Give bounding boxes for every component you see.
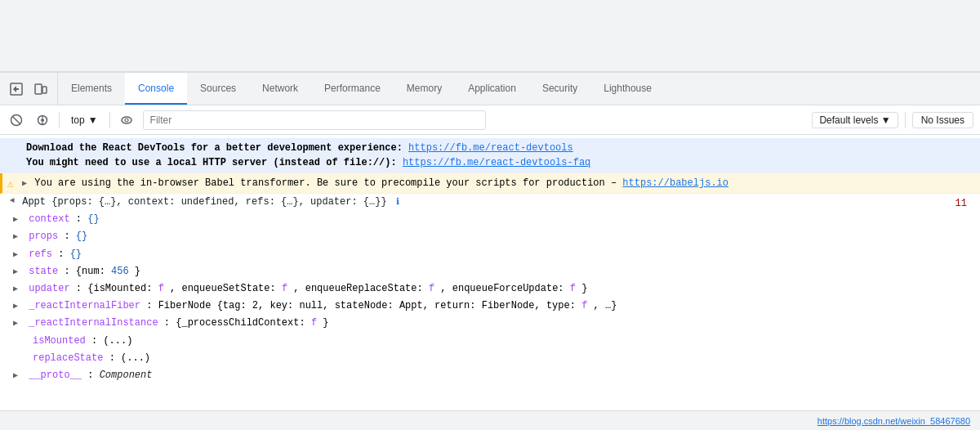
svg-rect-1 — [35, 84, 42, 94]
obj-refs-row[interactable]: ▶ refs : {} — [0, 246, 980, 263]
toolbar-divider-2 — [109, 112, 110, 128]
no-issues-badge[interactable]: No Issues — [912, 112, 973, 128]
console-toolbar: top ▼ Default levels ▼ No Issues — [0, 105, 980, 135]
instance-expand-arrow[interactable]: ▶ — [13, 317, 23, 330]
console-message-react-devtools: Download the React DevTools for a better… — [0, 138, 980, 173]
updater-expand-arrow[interactable]: ▶ — [13, 283, 23, 296]
refs-expand-arrow[interactable]: ▶ — [13, 249, 23, 262]
toolbar-divider-3 — [905, 112, 906, 128]
clear-console-button[interactable] — [7, 110, 26, 130]
devtools-icons — [0, 73, 58, 105]
toolbar-divider — [59, 112, 60, 128]
obj-replacestate-row[interactable]: replaceState : (...) — [0, 350, 980, 367]
object-root-label: Appt {props: {…}, context: undefined, re… — [22, 196, 393, 208]
obj-state-row[interactable]: ▶ state : {num: 456 } — [0, 263, 980, 280]
status-bar: https://blog.csdn.net/weixin_58467680 — [0, 410, 980, 430]
msg-line2: You might need to use a local HTTP serve… — [26, 155, 973, 170]
state-expand-arrow[interactable]: ▶ — [13, 266, 23, 279]
warning-icon: ⚠ — [7, 177, 14, 193]
obj-context-row[interactable]: ▶ context : {} — [0, 211, 980, 228]
tab-application[interactable]: Application — [455, 73, 529, 105]
tab-memory[interactable]: Memory — [394, 73, 455, 105]
console-output: Download the React DevTools for a better… — [0, 135, 980, 410]
browser-chrome — [0, 0, 980, 72]
object-root-row[interactable]: ▼ Appt {props: {…}, context: undefined, … — [0, 194, 980, 211]
context-selector[interactable]: top ▼ — [66, 113, 103, 128]
dropdown-arrow-icon: ▼ — [88, 114, 98, 126]
eye-icon[interactable] — [117, 110, 136, 130]
device-icon[interactable] — [31, 79, 51, 99]
tab-network[interactable]: Network — [249, 73, 311, 105]
tab-performance[interactable]: Performance — [311, 73, 394, 105]
proto-expand-arrow[interactable]: ▶ — [13, 370, 23, 383]
filter-input[interactable] — [143, 110, 486, 130]
react-devtools-link[interactable]: https://fb.me/react-devtools — [408, 142, 573, 154]
svg-point-10 — [125, 119, 128, 122]
tab-sources[interactable]: Sources — [187, 73, 249, 105]
svg-point-9 — [122, 117, 131, 123]
obj-props-row[interactable]: ▶ props : {} — [0, 228, 980, 245]
tab-bar: Elements Console Sources Network Perform… — [0, 73, 980, 105]
console-message-babel-warning: ⚠ ▶ You are using the in-browser Babel t… — [0, 173, 980, 194]
obj-updater-row[interactable]: ▶ updater : {isMounted: f , enqueueSetSt… — [0, 280, 980, 298]
tab-console[interactable]: Console — [125, 73, 187, 105]
obj-ismounted-row[interactable]: isMounted : (...) — [0, 333, 980, 350]
count-badge: 11 — [956, 196, 967, 212]
log-levels-selector[interactable]: Default levels ▼ — [812, 112, 898, 128]
babeljs-link[interactable]: https://babeljs.io — [622, 177, 728, 189]
warning-expand-arrow[interactable]: ▶ — [22, 179, 27, 188]
status-url[interactable]: https://blog.csdn.net/weixin_58467680 — [817, 416, 970, 426]
msg-line1: Download the React DevTools for a better… — [26, 141, 973, 155]
filter-toggle-button[interactable] — [33, 110, 52, 130]
svg-rect-2 — [42, 87, 47, 93]
context-expand-arrow[interactable]: ▶ — [13, 213, 23, 226]
tab-security[interactable]: Security — [529, 73, 590, 105]
props-expand-arrow[interactable]: ▶ — [13, 231, 23, 244]
tab-elements[interactable]: Elements — [58, 73, 125, 105]
svg-line-4 — [13, 117, 20, 123]
cursor-icon[interactable] — [7, 79, 26, 99]
fiber-expand-arrow[interactable]: ▶ — [13, 300, 23, 313]
svg-point-6 — [41, 119, 44, 122]
root-expand-arrow[interactable]: ▼ — [5, 198, 18, 208]
devtools-panel: Elements Console Sources Network Perform… — [0, 72, 980, 430]
info-icon[interactable]: ℹ — [396, 197, 399, 207]
tab-lighthouse[interactable]: Lighthouse — [590, 73, 665, 105]
react-devtools-faq-link[interactable]: https://fb.me/react-devtools-faq — [403, 157, 590, 168]
obj-internal-fiber-row[interactable]: ▶ _reactInternalFiber : FiberNode {tag: … — [0, 298, 980, 315]
obj-proto-row[interactable]: ▶ __proto__ : Component — [0, 367, 980, 384]
obj-internal-instance-row[interactable]: ▶ _reactInternalInstance : {_processChil… — [0, 315, 980, 332]
